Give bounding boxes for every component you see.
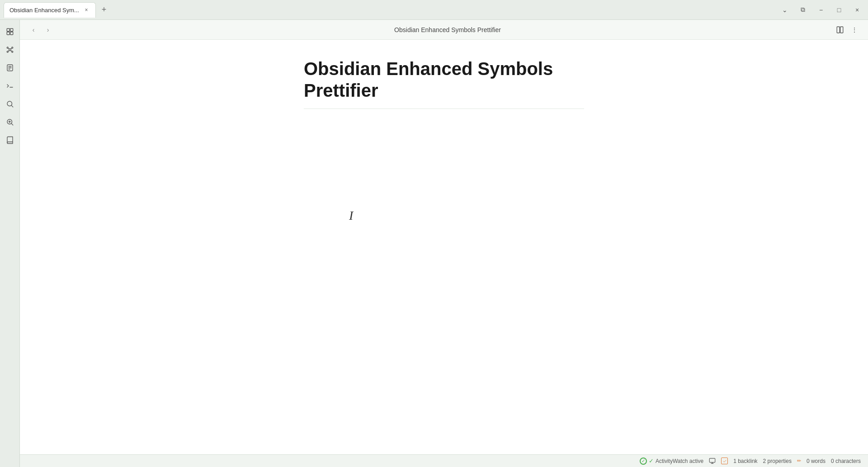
title-bar: Obsidian Enhanced Sym... × + ⌄ ⧉ − □ ×: [0, 0, 868, 20]
sidebar-files-icon[interactable]: [2, 24, 18, 40]
sidebar-pages-icon[interactable]: [2, 60, 18, 76]
svg-rect-3: [10, 32, 13, 35]
svg-rect-26: [709, 458, 715, 462]
window-controls: ⌄ ⧉ − □ ×: [778, 3, 864, 17]
sidebar-magnify-icon[interactable]: [2, 114, 18, 130]
tab-area: Obsidian Enhanced Sym... × +: [4, 2, 778, 18]
activitywatch-check-icon: ✓: [640, 458, 647, 465]
sidebar-terminal-icon[interactable]: [2, 78, 18, 94]
save-icon: [721, 458, 728, 464]
svg-line-9: [8, 48, 9, 49]
dropdown-button[interactable]: ⌄: [778, 3, 792, 17]
title-divider: [304, 108, 584, 109]
chars-label: 0 characters: [831, 458, 861, 464]
forward-button[interactable]: ›: [42, 24, 54, 36]
sidebar: [0, 20, 20, 467]
tab-close-button[interactable]: ×: [83, 6, 90, 14]
maximize-button[interactable]: □: [832, 3, 846, 17]
svg-line-12: [10, 51, 11, 52]
properties-status[interactable]: 2 properties: [763, 458, 792, 464]
backlink-label: 1 backlink: [733, 458, 757, 464]
tab-label: Obsidian Enhanced Sym...: [9, 7, 79, 14]
pencil-status: ✏: [797, 458, 801, 464]
toolbar-right-actions: ⋮: [834, 24, 861, 36]
svg-rect-0: [7, 28, 9, 31]
save-status: [721, 458, 728, 464]
minimize-button[interactable]: −: [814, 3, 828, 17]
close-window-button[interactable]: ×: [850, 3, 864, 17]
svg-line-21: [11, 123, 13, 125]
activitywatch-status: ✓ ✓ ActivityWatch active: [640, 458, 703, 465]
back-button[interactable]: ‹: [27, 24, 40, 36]
svg-rect-25: [840, 27, 843, 33]
words-label: 0 words: [807, 458, 826, 464]
toolbar-title: Obsidian Enhanced Symbols Prettifier: [61, 26, 834, 33]
book-view-button[interactable]: [834, 24, 846, 36]
check-icon: ✓: [649, 458, 654, 464]
text-cursor: I: [349, 208, 350, 219]
document-title: Obsidian Enhanced Symbols Prettifier: [304, 58, 584, 101]
nav-buttons: ‹ ›: [27, 24, 54, 36]
new-tab-button[interactable]: +: [98, 4, 110, 16]
svg-rect-24: [837, 27, 840, 33]
svg-line-10: [10, 48, 11, 49]
svg-line-11: [8, 51, 9, 52]
cursor-area[interactable]: I: [304, 118, 584, 219]
split-button[interactable]: ⧉: [796, 3, 810, 17]
words-status: 0 words: [807, 458, 826, 464]
editor-area[interactable]: Obsidian Enhanced Symbols Prettifier I: [20, 40, 868, 454]
properties-label: 2 properties: [763, 458, 792, 464]
sidebar-graph-icon[interactable]: [2, 42, 18, 58]
svg-rect-2: [7, 32, 9, 35]
toolbar: ‹ › Obsidian Enhanced Symbols Prettifier…: [20, 20, 868, 40]
active-tab[interactable]: Obsidian Enhanced Sym... ×: [4, 2, 96, 18]
status-bar: ✓ ✓ ActivityWatch active 1 bac: [20, 454, 868, 467]
svg-line-19: [11, 105, 13, 107]
activitywatch-label: ActivityWatch active: [656, 458, 703, 464]
app-body: ‹ › Obsidian Enhanced Symbols Prettifier…: [0, 20, 868, 467]
sidebar-search-icon[interactable]: [2, 96, 18, 112]
backlink-status[interactable]: 1 backlink: [733, 458, 757, 464]
editor-content: Obsidian Enhanced Symbols Prettifier I: [277, 58, 611, 219]
pencil-icon: ✏: [797, 458, 801, 464]
chars-status: 0 characters: [831, 458, 861, 464]
monitor-icon: [709, 458, 716, 464]
content-area: ‹ › Obsidian Enhanced Symbols Prettifier…: [20, 20, 868, 467]
svg-rect-1: [10, 28, 13, 31]
monitor-status: [709, 458, 716, 464]
more-options-button[interactable]: ⋮: [848, 24, 861, 36]
sidebar-book-icon[interactable]: [2, 132, 18, 148]
